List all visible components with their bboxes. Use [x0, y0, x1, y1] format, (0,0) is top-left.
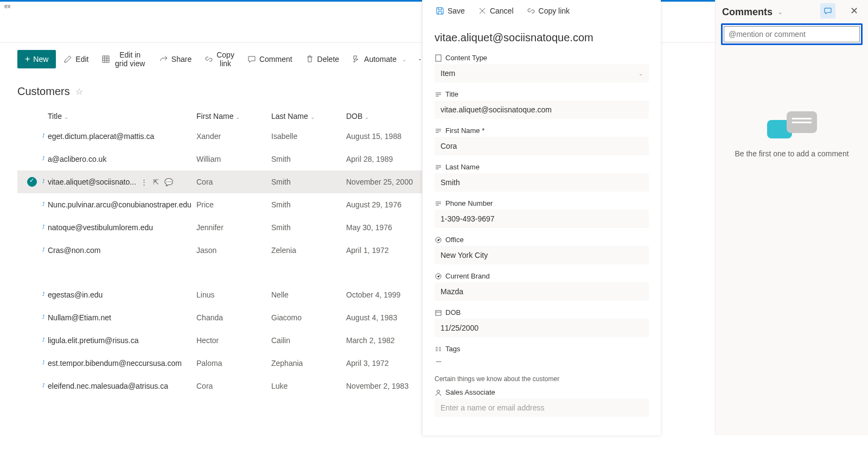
table-row[interactable]: ⤴Nunc.pulvinar.arcu@conubianostraper.edu… [17, 193, 433, 216]
edit-button[interactable]: Edit [58, 52, 94, 67]
share-button[interactable]: Share [154, 52, 197, 67]
dob-field[interactable]: 11/25/2000 [435, 319, 649, 337]
table-row[interactable]: ⤴Cras@non.comJasonZeleniaApril 1, 1972 [17, 239, 433, 262]
row-title[interactable]: egestas@in.edu [48, 290, 103, 299]
row-lastname: Zelenia [271, 246, 346, 255]
row-lastname: Cailin [271, 336, 346, 345]
choice-icon [435, 273, 442, 280]
title-field[interactable]: vitae.aliquet@sociisnatoque.com [435, 100, 649, 119]
row-firstname: Xander [196, 132, 271, 141]
chevron-down-icon[interactable]: ⌄ [778, 9, 782, 15]
new-button[interactable]: +New [17, 50, 56, 68]
row-lastname: Smith [271, 178, 346, 186]
table-row[interactable]: ⤴a@aclibero.co.ukWilliamSmithApril 28, 1… [17, 148, 433, 170]
row-lastname: Luke [271, 382, 346, 390]
row-comment-icon[interactable]: 💬 [164, 178, 173, 186]
table-row[interactable]: ⤴egestas@in.eduLinusNelleOctober 4, 1999 [17, 283, 433, 306]
calendar-icon [435, 309, 442, 317]
detail-panel: Save Cancel Copy link vitae.aliquet@soci… [422, 0, 661, 435]
row-dob: November 25, 2000 [346, 178, 433, 186]
row-title[interactable]: ligula.elit.pretium@risus.ca [48, 336, 139, 345]
section-note: Certain things we know about the custome… [435, 375, 649, 383]
svg-point-4 [437, 390, 440, 393]
save-button[interactable]: Save [430, 3, 470, 18]
table-row[interactable]: ⤴Nullam@Etiam.netChandaGiacomoAugust 4, … [17, 306, 433, 329]
automate-button[interactable]: Automate⌄ [347, 52, 412, 67]
favorite-star-icon[interactable]: ☆ [75, 86, 83, 97]
col-lastname[interactable]: Last Name⌄ [271, 112, 346, 121]
comment-button[interactable]: Comment [242, 52, 298, 67]
row-firstname: William [196, 155, 271, 163]
row-title[interactable]: Nullam@Etiam.net [48, 313, 111, 322]
cancel-button[interactable]: Cancel [473, 3, 519, 18]
row-title[interactable]: a@aclibero.co.uk [48, 155, 106, 163]
row-title[interactable]: est.tempor.bibendum@neccursusa.com [48, 359, 182, 368]
list-body: ⤴eget.dictum.placerat@mattis.caXanderIsa… [17, 125, 433, 397]
comment-input[interactable] [724, 26, 860, 42]
grid-edit-button[interactable]: Edit in grid view [96, 47, 151, 71]
firstname-field[interactable]: Cora [435, 137, 649, 155]
list-title: Customers [17, 85, 70, 98]
phone-field[interactable]: 1-309-493-9697 [435, 210, 649, 228]
row-firstname: Chanda [196, 313, 271, 322]
lastname-field[interactable]: Smith [435, 173, 649, 192]
brand-field[interactable]: Mazda [435, 282, 649, 301]
table-row[interactable]: ⤴ligula.elit.pretium@risus.caHectorCaili… [17, 329, 433, 352]
col-dob[interactable]: DOB⌄ [346, 112, 433, 121]
copy-link-button[interactable]: Copy link [199, 47, 240, 71]
col-firstname[interactable]: First Name⌄ [196, 112, 271, 121]
text-icon [435, 91, 442, 98]
row-firstname: Jennifer [196, 223, 271, 232]
share-icon [159, 55, 168, 64]
comments-empty-text: Be the first one to add a comment [726, 149, 857, 158]
table-row[interactable]: ⤴est.tempor.bibendum@neccursusa.comPalom… [17, 352, 433, 375]
delete-button[interactable]: Delete [300, 52, 344, 67]
row-lastname: Zephania [271, 359, 346, 368]
grid-icon [101, 55, 110, 64]
row-lastname: Smith [271, 223, 346, 232]
row-share-icon[interactable]: ⇱ [153, 178, 159, 186]
row-dob: April 1, 1972 [346, 246, 433, 255]
link-icon [527, 7, 535, 15]
col-title[interactable]: Title⌄ [44, 112, 196, 121]
row-title[interactable]: eleifend.nec.malesuada@atrisus.ca [48, 382, 168, 390]
row-dob: April 28, 1989 [346, 155, 433, 163]
panel-copy-link-button[interactable]: Copy link [521, 3, 576, 18]
comments-title: Comments [722, 7, 773, 18]
row-select-checkbox[interactable] [27, 177, 37, 187]
row-dob: May 30, 1976 [346, 223, 433, 232]
row-dob: March 2, 1982 [346, 336, 433, 345]
list-header: Title⌄ First Name⌄ Last Name⌄ DOB⌄ [17, 107, 433, 125]
table-row[interactable]: ⤴eleifend.nec.malesuada@atrisus.caCoraLu… [17, 375, 433, 397]
person-icon [435, 389, 442, 396]
row-title[interactable]: Nunc.pulvinar.arcu@conubianostraper.edu [48, 200, 192, 209]
row-dob: November 2, 1983 [346, 382, 433, 390]
table-row[interactable]: ⤴natoque@vestibulumlorem.eduJenniferSmit… [17, 216, 433, 239]
sales-associate-field[interactable]: Enter a name or email address [435, 398, 649, 417]
row-lastname: Nelle [271, 290, 346, 299]
doc-icon [435, 54, 442, 62]
row-dob: October 4, 1999 [346, 290, 433, 299]
row-title[interactable]: eget.dictum.placerat@mattis.ca [48, 132, 154, 141]
row-firstname: Paloma [196, 359, 271, 368]
table-row[interactable]: ⤴vitae.aliquet@sociisnato...⋮⇱💬CoraSmith… [17, 170, 433, 193]
item-heading: vitae.aliquet@sociisnatoque.com [435, 31, 649, 44]
content-type-select[interactable]: Item⌄ [435, 64, 649, 83]
row-title[interactable]: natoque@vestibulumlorem.edu [48, 223, 153, 232]
table-row[interactable]: ⤴eget.dictum.placerat@mattis.caXanderIsa… [17, 125, 433, 148]
row-firstname: Price [196, 200, 271, 209]
text-icon [435, 127, 442, 135]
choice-icon [435, 236, 442, 244]
row-title[interactable]: vitae.aliquet@sociisnato... [48, 178, 136, 186]
comment-icon [247, 55, 256, 64]
tags-field[interactable]: -- [435, 355, 649, 368]
row-firstname: Cora [196, 178, 271, 186]
row-dob: August 15, 1988 [346, 132, 433, 141]
row-lastname: Smith [271, 155, 346, 163]
row-title[interactable]: Cras@non.com [48, 246, 100, 255]
office-field[interactable]: New York City [435, 246, 649, 264]
comments-panel: ✕ Comments ⌄ Be the first one to add a c… [715, 0, 868, 435]
row-more-icon[interactable]: ⋮ [141, 178, 148, 186]
comments-toggle-icon[interactable] [820, 3, 835, 18]
close-panel-button[interactable]: ✕ [846, 3, 861, 18]
